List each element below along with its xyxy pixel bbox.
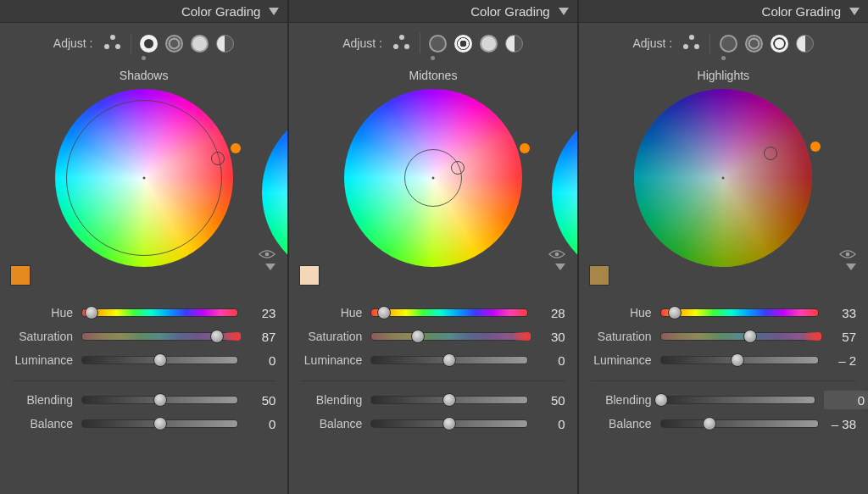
blending-slider-thumb[interactable] (442, 393, 456, 407)
view-midtones-button[interactable] (744, 34, 763, 53)
preview-toggle-button[interactable] (839, 248, 856, 263)
panel-collapse-icon[interactable] (849, 8, 860, 15)
saturation-slider-track[interactable] (81, 332, 238, 341)
saturation-slider-track[interactable] (370, 332, 527, 341)
luminance-slider-track[interactable] (81, 356, 238, 364)
view-global-button[interactable] (795, 34, 814, 53)
saturation-slider-value[interactable]: 87 (247, 330, 275, 344)
view-global-button[interactable] (216, 34, 235, 53)
luminance-handle[interactable] (520, 143, 530, 153)
view-three-way-button[interactable] (682, 34, 701, 53)
chevron-down-icon (846, 264, 856, 283)
color-wheel[interactable] (634, 89, 812, 267)
result-color-swatch[interactable] (589, 265, 609, 286)
adjacent-wheel-preview (262, 125, 289, 260)
balance-slider-track[interactable] (660, 419, 819, 428)
shadows-ring-icon (720, 35, 737, 53)
hue-slider-track[interactable] (370, 308, 527, 317)
balance-slider-thumb[interactable] (442, 417, 456, 430)
view-shadows-button[interactable] (140, 34, 159, 53)
panel-header[interactable]: Color Grading (289, 0, 576, 23)
view-midtones-button[interactable] (454, 34, 473, 53)
balance-slider-thumb[interactable] (703, 417, 716, 430)
view-shadows-button[interactable] (719, 34, 737, 53)
view-highlights-button[interactable] (480, 34, 498, 53)
view-midtones-button[interactable] (165, 34, 184, 53)
luminance-slider-track[interactable] (370, 356, 527, 364)
balance-slider-track[interactable] (81, 419, 238, 428)
global-icon (505, 35, 523, 53)
luminance-handle[interactable] (810, 142, 821, 152)
luminance-slider-thumb[interactable] (731, 353, 744, 367)
saturation-slider-track[interactable] (660, 332, 819, 341)
luminance-slider-value[interactable]: 0 (247, 353, 275, 368)
saturation-slider-thumb[interactable] (743, 330, 757, 343)
panel-collapse-icon[interactable] (559, 8, 569, 15)
panel-detail-toggle[interactable] (555, 270, 565, 283)
luminance-slider-label: Luminance (591, 353, 652, 367)
balance-slider-value[interactable]: 0 (537, 417, 565, 431)
balance-slider-value[interactable]: – 38 (827, 417, 856, 431)
balance-slider-track[interactable] (370, 419, 527, 428)
balance-slider-value[interactable]: 0 (247, 417, 275, 431)
saturation-slider-label: Saturation (12, 330, 73, 343)
balance-slider-thumb[interactable] (153, 417, 167, 430)
luminance-slider-label: Luminance (301, 353, 362, 367)
blending-slider-value[interactable]: 50 (537, 393, 565, 408)
saturation-slider-value[interactable]: 30 (537, 330, 565, 344)
three-way-icon (104, 35, 121, 52)
luminance-slider-track[interactable] (660, 356, 819, 364)
luminance-handle[interactable] (231, 143, 241, 153)
blending-slider-track[interactable] (370, 396, 527, 404)
panel-detail-toggle[interactable] (265, 270, 275, 283)
global-icon (216, 35, 234, 53)
saturation-slider-thumb[interactable] (411, 330, 425, 343)
slider-divider (301, 380, 565, 381)
color-wheel[interactable] (55, 89, 233, 267)
hue-slider-value[interactable]: 28 (537, 306, 565, 320)
panel-detail-toggle[interactable] (846, 270, 856, 283)
luminance-slider-value[interactable]: – 2 (827, 353, 856, 368)
hue-slider-value[interactable]: 23 (247, 306, 275, 320)
preview-toggle-button[interactable] (548, 248, 565, 263)
saturation-slider-label: Saturation (301, 330, 362, 343)
preview-toggle-button[interactable] (259, 248, 275, 263)
color-wheel[interactable] (344, 89, 522, 267)
blending-slider-thumb[interactable] (153, 393, 167, 407)
hue-slider-value[interactable]: 33 (827, 306, 856, 320)
panel-header[interactable]: Color Grading (579, 0, 868, 23)
hue-slider-thumb[interactable] (668, 306, 682, 319)
saturation-slider-value[interactable]: 57 (827, 330, 856, 344)
blending-slider-track[interactable] (81, 396, 238, 404)
view-three-way-button[interactable] (103, 34, 122, 53)
blending-slider-track[interactable] (660, 396, 815, 404)
luminance-slider-thumb[interactable] (153, 353, 167, 367)
blending-slider-label: Blending (12, 393, 73, 407)
blending-slider-thumb[interactable] (654, 393, 668, 407)
hue-slider-track[interactable] (660, 308, 819, 317)
view-three-way-button[interactable] (392, 34, 411, 53)
result-color-swatch[interactable] (10, 265, 31, 286)
selection-dot-icon (721, 56, 726, 60)
panel-collapse-icon[interactable] (269, 8, 279, 15)
eye-icon (548, 248, 565, 260)
luminance-slider-thumb[interactable] (442, 353, 456, 367)
view-highlights-button[interactable] (191, 34, 209, 53)
panel-title: Color Grading (181, 4, 260, 19)
balance-slider-label: Balance (301, 417, 362, 430)
hue-slider-track[interactable] (81, 308, 238, 317)
eye-icon (839, 248, 856, 260)
view-global-button[interactable] (505, 34, 524, 53)
view-shadows-button[interactable] (429, 34, 448, 53)
saturation-slider-thumb[interactable] (210, 330, 224, 343)
hue-slider-thumb[interactable] (377, 306, 391, 319)
hue-slider-thumb[interactable] (85, 306, 98, 319)
hue-slider-label: Hue (12, 306, 73, 319)
blending-slider-value[interactable]: 0 (824, 391, 868, 409)
view-highlights-button[interactable] (770, 34, 788, 53)
panel-header[interactable]: Color Grading (0, 0, 287, 23)
blending-slider-value[interactable]: 50 (247, 393, 275, 408)
luminance-slider-value[interactable]: 0 (537, 353, 565, 368)
svg-point-0 (265, 253, 270, 257)
result-color-swatch[interactable] (299, 265, 320, 286)
